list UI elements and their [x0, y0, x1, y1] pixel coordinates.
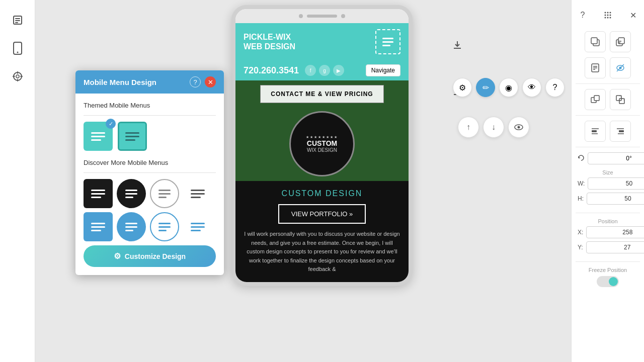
pencil-tool-button[interactable]: ✏ [476, 78, 495, 97]
nav-hamburger [382, 38, 393, 46]
mobile-icon[interactable] [8, 38, 28, 58]
freeze-toggle[interactable] [597, 276, 619, 287]
line [191, 190, 205, 191]
line [191, 193, 205, 195]
website-hero: CONTACT ME & VIEW PRICING ★★★★★★★★ CUSTO… [235, 80, 409, 181]
website-nav-icon[interactable] [375, 29, 400, 54]
more-menu-item-8[interactable] [183, 212, 212, 241]
line [158, 197, 167, 198]
more-menu-item-7[interactable] [150, 212, 179, 241]
more-menu-item-4[interactable] [183, 179, 212, 208]
width-key: W: [578, 180, 585, 187]
svg-rect-47 [619, 130, 624, 132]
rotation-input[interactable] [588, 152, 644, 164]
website-content: PICKLE-WIX WEB DESIGN 720.260.3541 f g [235, 23, 409, 282]
panel-body: Themed Mobile Menus [75, 94, 224, 275]
y-key: Y: [578, 244, 583, 251]
size-label: Size [578, 169, 638, 175]
right-help-button[interactable]: ? [576, 8, 590, 22]
line [125, 230, 133, 231]
themed-menu-item-1[interactable] [84, 122, 113, 151]
facebook-icon[interactable]: f [305, 65, 316, 76]
visibility-button[interactable] [610, 57, 631, 78]
more-menu-item-6[interactable] [117, 212, 146, 241]
drop-tool-button[interactable]: ◉ [499, 78, 518, 97]
more-divider [84, 172, 216, 173]
line-1 [91, 132, 105, 134]
more-menu-item-1[interactable] [84, 179, 113, 208]
website-phone: 720.260.3541 [244, 65, 299, 76]
right-grid-button[interactable] [601, 8, 615, 22]
svg-point-20 [607, 15, 609, 16]
pages-icon[interactable] [8, 10, 28, 30]
canvas-area: Mobile Menu Design ? ✕ Themed Mobile Men… [35, 0, 571, 362]
page-copy-button[interactable] [585, 57, 606, 78]
mobile-preview: PICKLE-WIX WEB DESIGN 720.260.3541 f g [231, 5, 413, 286]
youtube-icon[interactable]: ▶ [333, 65, 344, 76]
crosshair-icon[interactable] [8, 66, 28, 86]
panel-help-button[interactable]: ? [190, 76, 201, 87]
download-top-button[interactable] [450, 38, 464, 52]
help-tool-button[interactable]: ? [545, 78, 565, 97]
more-menu-item-2[interactable] [117, 179, 146, 208]
arrange-back-button[interactable] [610, 89, 631, 110]
hamburger-lines-4 [125, 190, 137, 198]
eye-tool-button[interactable]: 👁 [522, 78, 541, 97]
right-divider-4 [576, 213, 640, 213]
freeze-section: Freeze Position [576, 267, 640, 287]
svg-point-17 [607, 12, 609, 14]
line [158, 226, 171, 228]
line [191, 226, 205, 228]
google-icon[interactable]: g [319, 65, 330, 76]
right-divider-5 [576, 261, 640, 262]
line [158, 230, 167, 231]
x-input[interactable] [586, 226, 644, 238]
phone-dot-2 [341, 14, 345, 18]
view-portfolio-button[interactable]: VIEW PORTFOLIO » [278, 204, 366, 224]
arrow-down-button[interactable]: ↓ [483, 117, 504, 138]
line-2 [125, 136, 139, 137]
hamburger-lines-1 [91, 132, 105, 141]
right-divider-1 [576, 83, 640, 84]
badge-main: CUSTOM [306, 139, 338, 147]
settings-tool-button[interactable]: ⚙ [453, 78, 472, 97]
themed-menu-item-2[interactable] [118, 122, 147, 151]
hamburger-lines-9 [158, 223, 171, 231]
line [125, 226, 137, 228]
width-input[interactable] [588, 177, 644, 190]
nav-line [382, 38, 393, 39]
navigate-button[interactable]: Navigate [366, 64, 400, 76]
svg-point-22 [605, 17, 606, 19]
more-menu-item-5[interactable] [84, 212, 113, 241]
panel-close-button[interactable]: ✕ [205, 76, 216, 87]
preview-toggle-button[interactable] [508, 117, 529, 138]
y-input[interactable] [586, 241, 644, 253]
cta-button[interactable]: CONTACT ME & VIEW PRICING [260, 85, 383, 103]
size-group: Size W: H: [576, 169, 640, 208]
right-panel-header: ? ✕ [576, 8, 640, 22]
height-input[interactable] [587, 193, 644, 205]
line [125, 197, 133, 198]
copy-icon-button[interactable] [585, 31, 606, 52]
hamburger-lines-10 [191, 223, 205, 231]
align-right-button[interactable] [610, 121, 631, 142]
line-1 [125, 132, 139, 134]
svg-point-5 [17, 52, 18, 53]
svg-point-23 [607, 17, 609, 19]
svg-point-19 [605, 15, 606, 16]
rotation-row [576, 152, 640, 164]
themed-divider [84, 115, 216, 116]
more-menu-item-3[interactable] [150, 179, 179, 208]
phone-top-bar [235, 9, 409, 23]
social-icons: f g ▶ [305, 65, 344, 76]
customize-design-button[interactable]: ⚙ Customize Design [84, 245, 216, 267]
align-left-button[interactable] [585, 121, 606, 142]
paste-icon-button[interactable] [610, 31, 631, 52]
website-custom-section: CUSTOM DESIGN VIEW PORTFOLIO » I will wo… [235, 181, 409, 282]
arrange-front-button[interactable] [585, 89, 606, 110]
width-row: W: [578, 177, 638, 190]
arrow-up-button[interactable]: ↑ [458, 117, 479, 138]
right-close-button[interactable]: ✕ [626, 8, 640, 22]
right-icon-row-4 [576, 121, 640, 142]
line-3 [125, 139, 135, 141]
